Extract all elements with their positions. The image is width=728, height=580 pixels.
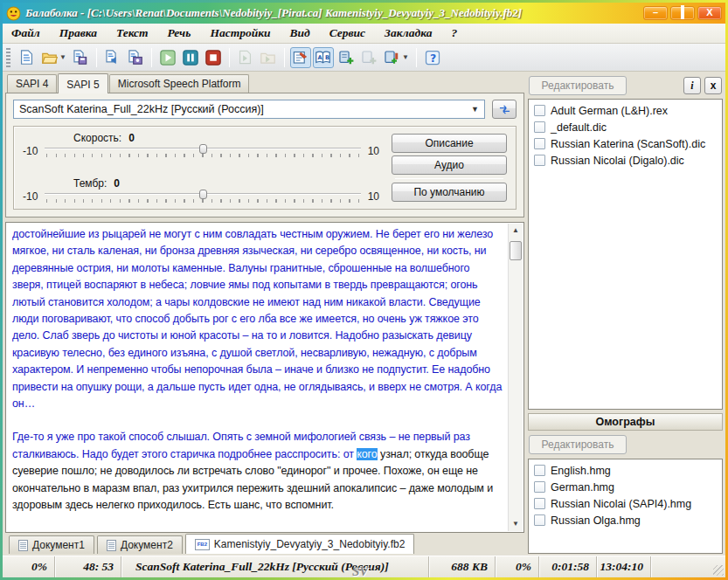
tab-sapi4[interactable]: SAPI 4 [7,74,57,93]
close-panel-button[interactable]: x [704,77,722,94]
menu-view[interactable]: Вид [290,26,310,40]
save-audio-icon[interactable] [125,47,146,68]
homographs-toolbar: Редактировать [528,431,723,459]
play-icon[interactable] [157,47,178,68]
menu-help[interactable]: ? [451,26,457,40]
menu-bookmark[interactable]: Закладка [385,26,432,40]
status-bar: 0% 48: 53 ScanSoft Katerina_Full_22kHz [… [3,556,725,577]
app-window: Балаболка - [C:\Users\Renat\Documents\Ne… [0,0,728,580]
spelling-dictionary-icon[interactable]: AB [313,47,334,68]
minimize-button[interactable]: – [643,6,668,20]
open-audio-icon[interactable] [102,47,123,68]
document-icon [18,540,28,551]
dictionary-list[interactable]: Adult German (L&H).rex _default.dic Russ… [528,99,723,410]
menu-bar: Файл Правка Текст Речь Настройки Вид Сер… [3,24,725,44]
edit-homographs-button[interactable]: Редактировать [529,435,627,454]
doc-tab-1[interactable]: Документ1 [9,535,94,554]
rate-min-label: -10 [23,145,38,157]
tab-microsoft-speech-platform[interactable]: Microsoft Speech Platform [109,74,250,93]
button-divider [395,178,503,179]
app-icon [6,6,21,21]
toolbar-grip[interactable] [6,48,10,67]
list-item[interactable]: Russian Katerina (ScanSoft).dic [529,135,722,152]
list-item[interactable]: Russian Olga.hmg [529,512,722,528]
document-text-area[interactable]: достойнейшие из рыцарей не могут с ним с… [5,222,524,533]
document-icon [107,540,116,551]
rate-slider[interactable] [45,144,360,158]
list-item[interactable]: German.hmg [529,479,722,495]
dictionary-editor-icon[interactable] [290,47,311,68]
status-caret-position: 48: 53 [55,556,121,577]
menu-service[interactable]: Сервис [329,26,365,40]
refresh-voices-button[interactable] [492,100,517,119]
rate-slider-thumb[interactable] [199,144,207,154]
checkbox[interactable] [534,138,545,149]
pause-icon[interactable] [180,47,201,68]
audio-button[interactable]: Аудио [392,155,507,175]
editor-scrollbar[interactable]: ▲ ▼ [508,224,523,531]
list-item[interactable]: Russian Nicolai (Digalo).dic [529,152,722,169]
toolbar-separator [151,48,152,67]
description-button[interactable]: Описание [392,134,507,153]
edit-dictionary-button[interactable]: Редактировать [529,76,627,95]
paragraph: Где-то я уже про такой способ слышал. Оп… [12,429,503,514]
resize-grip[interactable] [713,565,724,576]
list-item[interactable]: _default.dic [529,119,722,135]
info-button[interactable]: i [683,77,701,94]
scroll-up-icon[interactable]: ▲ [509,224,523,238]
chevron-down-icon: ▼ [471,105,479,114]
list-item[interactable]: English.hmg [529,462,722,479]
checkbox[interactable] [534,465,545,476]
checkbox[interactable] [534,514,545,526]
voice-select-value: ScanSoft Katerina_Full_22kHz [Русский (Р… [19,103,264,115]
homographs-list[interactable]: English.hmg German.hmg Russian Nicolai (… [528,459,723,554]
doc-tab-2[interactable]: Документ2 [97,535,183,554]
add-word-icon[interactable] [336,47,357,68]
voice-select[interactable]: ScanSoft Katerina_Full_22kHz [Русский (Р… [13,100,485,119]
toolbar-separator [96,48,97,67]
help-icon[interactable]: ? [422,47,443,68]
word-list-dropdown-icon[interactable]: ▼ [402,53,409,61]
pitch-slider[interactable] [45,190,360,204]
toolbar: ▼ AB ▼ ? [3,44,725,72]
pitch-slider-thumb[interactable] [199,190,207,199]
save-text-icon[interactable] [70,47,91,68]
menu-edit[interactable]: Правка [59,26,97,40]
close-button[interactable]: X [697,6,722,20]
voice-settings-panel: ScanSoft Katerina_Full_22kHz [Русский (Р… [5,93,524,218]
scrollbar-thumb[interactable] [510,241,522,260]
word-list-icon[interactable] [381,47,402,68]
open-file-icon[interactable] [38,47,59,68]
doc-tab-fb2[interactable]: FB2Kamenistyiy_Devyatyiy_3_Nedobityiy.fb… [185,534,415,554]
pitch-label: Тембр: [73,177,107,190]
pitch-max-label: 10 [368,190,379,203]
pitch-value: 0 [114,177,120,190]
toolbar-separator [284,48,285,67]
menu-file[interactable]: Файл [11,26,40,40]
document-tab-bar: Документ1 Документ2 FB2Kamenistyiy_Devya… [5,533,524,554]
checkbox[interactable] [534,498,545,509]
add-word-alt-icon [358,47,379,68]
checkbox[interactable] [534,105,545,116]
speech-api-tabs: SAPI 4 SAPI 5 Microsoft Speech Platform [5,73,524,93]
stop-icon[interactable] [203,47,224,68]
menu-speech[interactable]: Речь [168,26,191,40]
checkbox[interactable] [534,121,545,133]
checkbox[interactable] [534,155,545,166]
scroll-down-icon[interactable]: ▼ [509,517,523,531]
maximize-icon [681,5,684,19]
new-document-icon[interactable] [16,47,37,68]
list-item[interactable]: Adult German (L&H).rex [529,102,722,119]
current-word-highlight: кого [357,448,377,460]
tab-sapi5[interactable]: SAPI 5 [58,73,107,93]
list-item[interactable]: Russian Nicolai (SAPI4).hmg [529,495,722,512]
pitch-slider-row: Тембр:0 -10 10 [23,177,379,204]
menu-settings[interactable]: Настройки [210,26,270,40]
menu-text[interactable]: Текст [116,26,149,40]
dictionary-toolbar: Редактировать i x [528,73,723,99]
open-file-dropdown-icon[interactable]: ▼ [59,53,66,61]
checkbox[interactable] [534,481,545,493]
default-button[interactable]: По умолчанию [392,183,507,202]
maximize-button[interactable] [670,6,695,20]
rate-max-label: 10 [368,145,379,157]
